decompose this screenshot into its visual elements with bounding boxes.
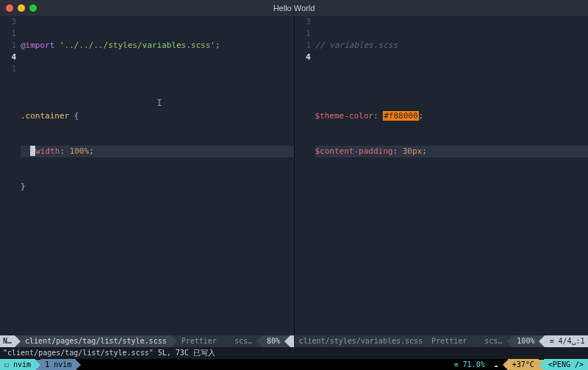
code-line: // variables.scss <box>315 40 589 51</box>
formatter-label: Prettier <box>427 335 471 347</box>
traffic-lights <box>6 4 37 12</box>
text-cursor-icon: 𝙸 <box>157 97 162 109</box>
left-pane[interactable]: 3 1 1 4 1 @import '../../../styles/varia… <box>0 16 294 335</box>
code-line: @import '../../../styles/variables.scss'… <box>21 40 294 51</box>
line-number: 3 <box>0 16 16 28</box>
separator-icon <box>503 360 508 370</box>
filetype-label: scs… <box>230 335 257 347</box>
file-path: client/styles/variables.scss <box>295 335 428 347</box>
separator-icon <box>15 335 21 347</box>
scroll-percent: 80% <box>262 335 284 347</box>
separator-icon <box>257 335 262 347</box>
line-number: 3 <box>295 16 311 28</box>
line-number: 1 <box>295 28 311 40</box>
separator-icon <box>76 360 81 370</box>
line-number: 1 <box>0 40 16 51</box>
separator-icon <box>284 335 290 347</box>
window-title: Hello World <box>0 4 588 13</box>
maximize-icon[interactable] <box>29 4 37 12</box>
left-code[interactable]: @import '../../../styles/variables.scss'… <box>21 16 294 335</box>
file-path: client/pages/tag/list/style.scss <box>21 335 171 347</box>
code-line-current: width: 100%; <box>21 146 294 157</box>
right-pane[interactable]: 3 1 1 4 // variables.scss $theme-color: … <box>294 16 589 335</box>
highlighted-color: #f88000 <box>383 111 418 121</box>
line-number-active: 4 <box>0 51 16 63</box>
window-titlebar: Hello World <box>0 0 588 16</box>
code-line-current: $content-padding: 30px; <box>315 146 589 157</box>
minimize-icon[interactable] <box>18 4 25 12</box>
separator-icon <box>35 360 40 370</box>
code-line <box>21 75 294 87</box>
tmux-host: <PENG /> <box>544 359 588 370</box>
code-line: } <box>21 181 294 193</box>
statusline-left: N… client/pages/tag/list/style.scss Pret… <box>0 335 294 347</box>
tmux-window[interactable]: 1 nvim <box>40 359 76 370</box>
line-position: ≡ 4/5 ␣:1 <box>290 335 293 347</box>
close-icon[interactable] <box>6 4 13 12</box>
statusline-row: N… client/pages/tag/list/style.scss Pret… <box>0 335 588 347</box>
separator-icon <box>539 335 545 347</box>
status-spacer <box>471 335 480 347</box>
temperature: +37°C <box>508 359 539 370</box>
filetype-label: scs… <box>480 335 506 347</box>
status-spacer <box>221 335 230 347</box>
mode-indicator: N… <box>0 335 15 347</box>
separator-icon <box>506 335 512 347</box>
code-line: $theme-color: #f88000; <box>315 110 589 122</box>
editor-area: 3 1 1 4 1 @import '../../../styles/varia… <box>0 16 588 335</box>
line-number: 1 <box>0 63 16 75</box>
right-gutter: 3 1 1 4 <box>295 16 315 335</box>
scroll-percent: 100% <box>512 335 539 347</box>
battery-percent: ≡ 71.0% <box>450 359 490 370</box>
code-line: .container { <box>21 110 294 122</box>
line-number: 1 <box>295 40 311 51</box>
command-message: "client/pages/tag/list/style.scss" 5L, 7… <box>0 347 588 359</box>
line-number-active: 4 <box>295 51 311 63</box>
code-line <box>315 75 589 87</box>
separator-icon <box>171 335 177 347</box>
line-number: 1 <box>0 28 16 40</box>
line-position: ≡ 4/4 ␣:1 <box>545 335 588 347</box>
weather-icon: ☁ <box>490 359 503 370</box>
right-code[interactable]: // variables.scss $theme-color: #f88000;… <box>315 16 589 335</box>
statusline-right: client/styles/variables.scss Prettier sc… <box>295 335 589 347</box>
tmux-statusbar: ☐ nvim 1 nvim ≡ 71.0% ☁ +37°C <PENG /> <box>0 359 588 370</box>
formatter-label: Prettier <box>177 335 221 347</box>
separator-icon <box>539 360 544 370</box>
statusbars: N… client/pages/tag/list/style.scss Pret… <box>0 335 588 359</box>
tmux-session[interactable]: ☐ nvim <box>0 359 35 370</box>
left-gutter: 3 1 1 4 1 <box>0 16 21 335</box>
